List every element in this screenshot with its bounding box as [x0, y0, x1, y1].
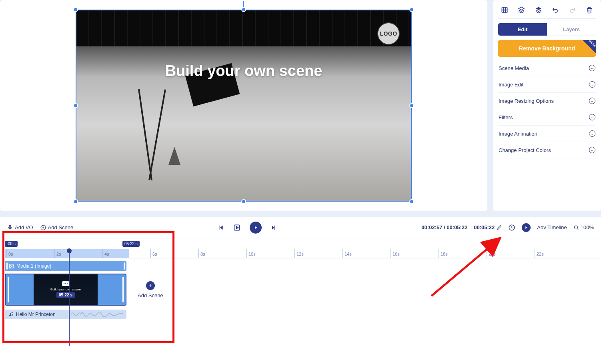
- scene-clip[interactable]: Build your own scene 05:22 s: [5, 274, 126, 306]
- canvas-panel: Build your own scene LOGO: [0, 0, 487, 211]
- image-icon: [9, 264, 14, 269]
- plus-circle-icon: [40, 225, 46, 230]
- layers-back-icon[interactable]: [517, 6, 526, 14]
- chevron-down-icon: ⌄: [589, 81, 595, 88]
- svg-rect-0: [502, 7, 507, 13]
- svg-point-7: [10, 265, 11, 266]
- tab-layers[interactable]: Layers: [547, 23, 596, 36]
- play-button[interactable]: [250, 222, 262, 234]
- play-preview-icon[interactable]: [233, 224, 241, 232]
- logo-badge[interactable]: LOGO: [377, 22, 400, 45]
- music-icon: [9, 312, 14, 317]
- resize-handle-br[interactable]: [409, 199, 414, 204]
- chevron-down-icon: ⌄: [589, 65, 595, 71]
- resize-handle-tl[interactable]: [73, 7, 78, 12]
- clip-grip-left[interactable]: [8, 277, 9, 302]
- scene-clip-duration: 05:22 s: [56, 292, 75, 298]
- accordion-image-resizing[interactable]: Image Resizing Options⌄: [498, 93, 596, 109]
- clip-grip-right[interactable]: [124, 262, 125, 270]
- scene-image[interactable]: Build your own scene LOGO: [76, 10, 412, 202]
- clip-menu-icon[interactable]: [62, 281, 69, 286]
- plus-icon: +: [146, 281, 155, 290]
- resize-handle-bm[interactable]: [241, 199, 246, 204]
- svg-point-8: [10, 315, 11, 316]
- media-track-label: Media 1 (Image): [16, 263, 51, 269]
- chevron-down-icon: ⌄: [589, 147, 595, 153]
- zoom-control[interactable]: 100%: [573, 224, 594, 230]
- time-progress: 00:02:57 / 00:05:22: [421, 224, 467, 230]
- panel-tabs: Edit Layers: [498, 23, 596, 36]
- resize-handle-ml[interactable]: [73, 103, 78, 108]
- audio-track[interactable]: Hello Mr Princeton: [5, 310, 126, 319]
- undo-icon[interactable]: [551, 6, 560, 14]
- history-icon[interactable]: [508, 224, 515, 231]
- time-total: 00:05:22: [474, 224, 495, 230]
- add-scene-button[interactable]: + Add Scene: [138, 281, 163, 298]
- grid-icon[interactable]: [500, 6, 509, 14]
- svg-point-5: [574, 226, 577, 229]
- tab-edit[interactable]: Edit: [498, 23, 547, 36]
- resize-handle-mr[interactable]: [409, 103, 414, 108]
- redo-icon[interactable]: [568, 6, 577, 14]
- clip-grip-right[interactable]: [122, 277, 124, 302]
- timeline-ruler[interactable]: 0s 2s 4s 6s 8s 10s 12s 14s 16s 18s 20s 2…: [5, 249, 601, 258]
- adv-timeline-button[interactable]: Adv Timeline: [537, 224, 567, 230]
- chevron-down-icon: ⌄: [589, 130, 595, 137]
- time-badge-end: 05:22 s: [122, 241, 140, 247]
- accordion-image-edit[interactable]: Image Edit⌄: [498, 76, 596, 93]
- audio-track-label: Hello Mr Princeton: [16, 312, 56, 317]
- remove-bg-label: Remove Background: [519, 45, 575, 52]
- accordion-scene-media[interactable]: Scene Media⌄: [498, 60, 596, 76]
- trash-icon[interactable]: [585, 6, 594, 14]
- accordion-project-colors[interactable]: Change Project Colors⌄: [498, 142, 596, 158]
- skip-back-icon[interactable]: [218, 224, 224, 231]
- resize-handle-bl[interactable]: [73, 199, 78, 204]
- skip-forward-icon[interactable]: [270, 224, 277, 231]
- resize-handle-tr[interactable]: [409, 7, 414, 12]
- svg-point-9: [12, 315, 13, 316]
- add-vo-button[interactable]: Add VO: [7, 224, 33, 230]
- properties-panel: Edit Layers Remove Background BETA Scene…: [493, 0, 601, 211]
- media-track[interactable]: Media 1 (Image): [5, 261, 126, 271]
- chevron-down-icon: ⌄: [589, 114, 595, 120]
- resize-handle-tm[interactable]: [241, 7, 246, 12]
- layers-front-icon[interactable]: [534, 6, 543, 14]
- pencil-icon[interactable]: [497, 225, 502, 230]
- clip-grip-left[interactable]: [6, 262, 8, 270]
- rotate-handle[interactable]: [241, 0, 246, 1]
- svg-rect-1: [9, 225, 11, 228]
- timeline-panel: Add VO Add Scene 00:02:57 / 00:05:22 00:…: [0, 217, 601, 364]
- time-badge-start: :00 s: [5, 241, 18, 247]
- chevron-down-icon: ⌄: [589, 98, 595, 104]
- playhead[interactable]: [69, 249, 70, 346]
- accordion-image-animation[interactable]: Image Animation⌄: [498, 126, 596, 142]
- scene-clip-title: Build your own scene: [50, 288, 81, 291]
- scene-selection[interactable]: Build your own scene LOGO: [76, 10, 412, 202]
- add-scene-top-button[interactable]: Add Scene: [40, 224, 74, 230]
- mic-icon: [7, 225, 13, 230]
- waveform-icon: [71, 310, 123, 319]
- search-icon: [573, 225, 579, 230]
- scene-overlay-text[interactable]: Build your own scene: [165, 62, 323, 80]
- remove-background-button[interactable]: Remove Background BETA: [498, 40, 596, 57]
- audio-play-icon[interactable]: [522, 223, 531, 232]
- accordion-filters[interactable]: Filters⌄: [498, 109, 596, 126]
